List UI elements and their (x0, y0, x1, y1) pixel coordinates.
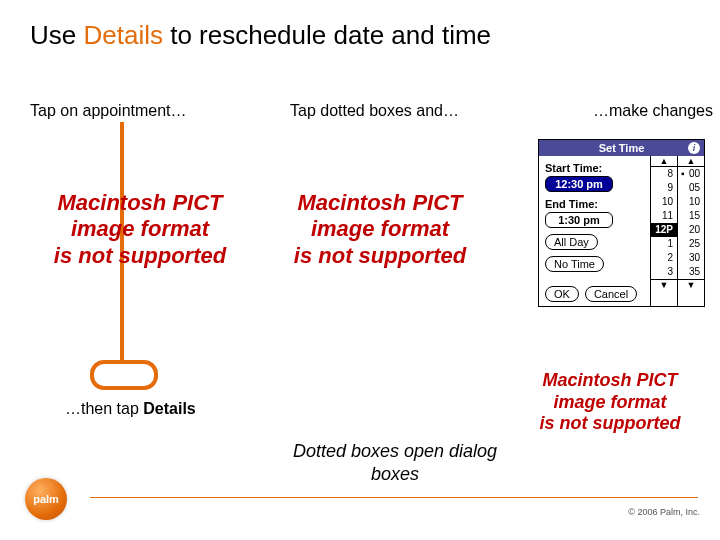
highlight-pill (90, 360, 158, 390)
column-heading-2: Tap dotted boxes and… (290, 102, 459, 120)
pict-placeholder-3: Macintosh PICT image format is not suppo… (525, 370, 695, 435)
pict-line: image format (525, 392, 695, 414)
pict-line: Macintosh PICT (525, 370, 695, 392)
slide-title: Use Details to reschedule date and time (30, 20, 491, 51)
hour-list[interactable]: 89101112P1234567 (651, 167, 677, 279)
hour-scroll[interactable]: ▲ 89101112P1234567 ▼ (650, 156, 677, 306)
title-suffix: to reschedule date and time (163, 20, 491, 50)
minute-option[interactable]: 00 (678, 167, 704, 181)
footer-divider (90, 497, 698, 498)
cancel-button[interactable]: Cancel (585, 286, 637, 302)
end-time-field[interactable]: 1:30 pm (545, 212, 613, 228)
title-prefix: Use (30, 20, 83, 50)
ok-button[interactable]: OK (545, 286, 579, 302)
then-tap-bold: Details (143, 400, 195, 417)
minute-option[interactable]: 35 (678, 265, 704, 279)
minute-list[interactable]: 000510152025303540455055 (678, 167, 704, 279)
hour-option[interactable]: 12P (651, 223, 677, 237)
start-time-field[interactable]: 12:30 pm (545, 176, 613, 192)
minute-option[interactable]: 20 (678, 223, 704, 237)
end-time-label: End Time: (545, 198, 646, 210)
hour-option[interactable]: 2 (651, 251, 677, 265)
hour-scroll-up-icon[interactable]: ▲ (651, 156, 677, 167)
minute-option[interactable]: 25 (678, 237, 704, 251)
hour-option[interactable]: 1 (651, 237, 677, 251)
minute-scroll-down-icon[interactable]: ▼ (678, 279, 704, 290)
pict-line: is not supported (280, 243, 480, 269)
then-tap-details: …then tap Details (65, 400, 196, 418)
minute-option[interactable]: 15 (678, 209, 704, 223)
hour-option[interactable]: 8 (651, 167, 677, 181)
then-tap-prefix: …then tap (65, 400, 143, 417)
column-heading-3: …make changes (573, 102, 713, 120)
dotted-boxes-caption: Dotted boxes open dialog boxes (290, 440, 500, 487)
pict-line: Macintosh PICT (40, 190, 240, 216)
set-time-dialog: Set Time i Start Time: 12:30 pm End Time… (538, 139, 705, 307)
pict-line: image format (40, 216, 240, 242)
minute-option[interactable]: 30 (678, 251, 704, 265)
hour-scroll-down-icon[interactable]: ▼ (651, 279, 677, 290)
info-icon[interactable]: i (688, 142, 700, 154)
set-time-title: Set Time (599, 142, 645, 154)
hour-option[interactable]: 10 (651, 195, 677, 209)
set-time-body: Start Time: 12:30 pm End Time: 1:30 pm A… (539, 156, 704, 306)
no-time-button[interactable]: No Time (545, 256, 604, 272)
pict-line: Macintosh PICT (280, 190, 480, 216)
pict-placeholder-2: Macintosh PICT image format is not suppo… (280, 190, 480, 269)
all-day-button[interactable]: All Day (545, 234, 598, 250)
hour-option[interactable]: 3 (651, 265, 677, 279)
palm-logo: palm (25, 478, 67, 520)
pict-placeholder-1: Macintosh PICT image format is not suppo… (40, 190, 240, 269)
pict-line: image format (280, 216, 480, 242)
minute-option[interactable]: 10 (678, 195, 704, 209)
start-time-label: Start Time: (545, 162, 646, 174)
title-accent: Details (83, 20, 162, 50)
set-time-left: Start Time: 12:30 pm End Time: 1:30 pm A… (539, 156, 650, 306)
hour-option[interactable]: 9 (651, 181, 677, 195)
column-heading-1: Tap on appointment… (30, 102, 187, 120)
minute-scroll-up-icon[interactable]: ▲ (678, 156, 704, 167)
set-time-buttons: OK Cancel (545, 280, 646, 302)
hour-option[interactable]: 11 (651, 209, 677, 223)
minute-scroll[interactable]: ▲ 000510152025303540455055 ▼ (677, 156, 704, 306)
set-time-header: Set Time i (539, 140, 704, 156)
copyright: © 2006 Palm, Inc. (628, 507, 700, 517)
minute-option[interactable]: 05 (678, 181, 704, 195)
pict-line: is not supported (40, 243, 240, 269)
pict-line: is not supported (525, 413, 695, 435)
